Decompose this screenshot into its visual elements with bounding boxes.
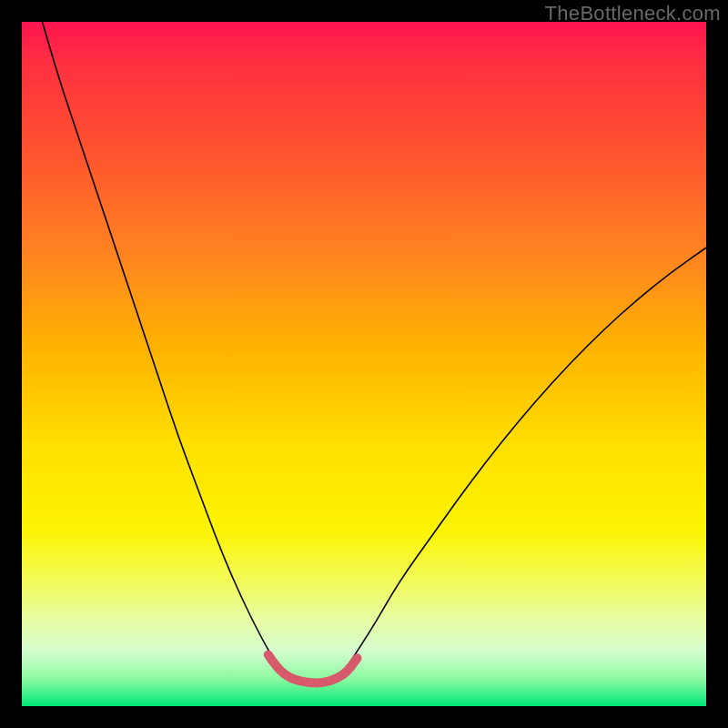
series-left-curve xyxy=(43,22,276,662)
chart-svg xyxy=(22,22,706,706)
series-right-curve xyxy=(350,248,706,662)
chart-container: TheBottleneck.com xyxy=(0,0,728,728)
series-valley-highlight xyxy=(268,655,358,683)
chart-plot-area xyxy=(22,22,706,706)
chart-curves xyxy=(43,22,706,682)
watermark-text: TheBottleneck.com xyxy=(545,2,721,25)
